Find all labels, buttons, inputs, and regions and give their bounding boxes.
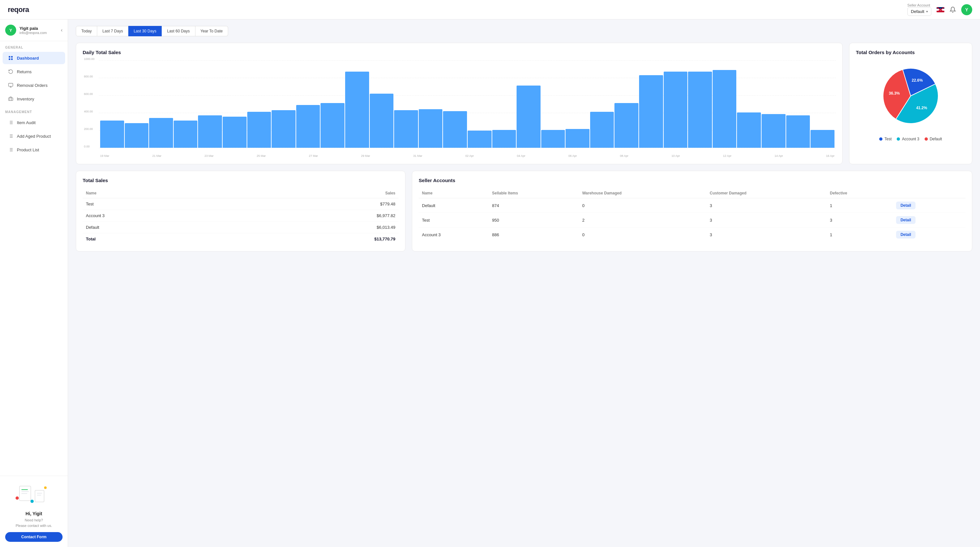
bar[interactable] [296, 105, 320, 148]
bar[interactable] [370, 94, 394, 148]
cell-defective: 1 [827, 198, 893, 213]
bar[interactable] [443, 111, 467, 148]
returns-icon [8, 69, 14, 75]
filter-tab-today[interactable]: Today [76, 26, 97, 36]
bar[interactable] [345, 72, 369, 148]
bar[interactable] [541, 130, 565, 148]
bar[interactable] [810, 130, 835, 148]
bar[interactable] [517, 86, 541, 148]
user-avatar[interactable]: Y [961, 4, 972, 15]
sidebar-item-dashboard[interactable]: Dashboard [3, 52, 65, 64]
table-row: Default$6,013.49 [83, 222, 399, 233]
sidebar-item-removal-orders[interactable]: Removal Orders [3, 79, 65, 91]
x-labels: 19 Mar21 Mar23 Mar25 Mar27 Mar29 Mar31 M… [99, 154, 836, 157]
sidebar-item-inventory[interactable]: Inventory [3, 93, 65, 105]
col-warehouse-damaged: Warehouse Damaged [579, 188, 706, 198]
bar[interactable] [198, 115, 222, 148]
seller-accounts-table: Name Sellable Items Warehouse Damaged Cu… [419, 188, 966, 242]
seller-account-value: Default [911, 9, 924, 14]
sidebar-item-item-audit[interactable]: Item Audit [3, 116, 65, 129]
pie-chart-title: Total Orders by Accounts [856, 49, 966, 55]
sidebar-item-returns[interactable]: Returns [3, 65, 65, 78]
sidebar-user-name: Yigit pala [19, 26, 47, 31]
daily-sales-chart-title: Daily Total Sales [83, 49, 836, 55]
bar[interactable] [664, 72, 688, 148]
detail-button[interactable]: Detail [896, 231, 916, 239]
uk-flag-icon[interactable] [937, 7, 944, 12]
bar-chart-area: 1000.00800.00600.00400.00200.000.0019 Ma… [83, 60, 836, 157]
bar[interactable] [223, 117, 247, 148]
bar[interactable] [320, 103, 345, 148]
pie-label-test: 22.6% [912, 78, 923, 83]
cell-name: Total [83, 233, 234, 245]
seller-account-select[interactable]: Default ▾ [907, 7, 931, 16]
bar[interactable] [419, 109, 443, 148]
filter-tab-last-7-days[interactable]: Last 7 Days [97, 26, 128, 36]
svg-rect-4 [8, 83, 13, 86]
bar[interactable] [565, 129, 590, 148]
col-defective: Defective [827, 188, 893, 198]
legend-dot [879, 137, 883, 141]
table-row: Test 950 2 3 3 Detail [419, 213, 966, 227]
sidebar-general-label: GENERAL [0, 41, 68, 51]
topbar: reqora Seller Account Default ▾ Y [0, 0, 980, 19]
bar[interactable] [590, 112, 614, 148]
detail-button[interactable]: Detail [896, 202, 916, 209]
bar[interactable] [762, 114, 786, 148]
legend-item-account 3: Account 3 [897, 137, 919, 141]
table-row: Test$779.48 [83, 198, 399, 210]
main-content: TodayLast 7 DaysLast 30 DaysLast 60 Days… [68, 19, 980, 547]
bar[interactable] [272, 110, 296, 148]
bar[interactable] [688, 72, 712, 148]
bar[interactable] [786, 115, 810, 148]
sidebar-item-product-list[interactable]: Product List [3, 143, 65, 156]
filter-tab-last-60-days[interactable]: Last 60 Days [162, 26, 195, 36]
col-sellable: Sellable Items [489, 188, 579, 198]
bar[interactable] [174, 121, 198, 148]
seller-account-container: Seller Account Default ▾ [907, 3, 931, 16]
bar[interactable] [247, 112, 271, 148]
bar[interactable] [713, 70, 737, 148]
bar[interactable] [100, 121, 124, 148]
sidebar-bottom: Hi, Yigit Need help? Please contact with… [0, 476, 68, 547]
cell-warehouse-damaged: 0 [579, 198, 706, 213]
total-sales-card: Total Sales Name Sales Test$779.48Accoun… [76, 171, 406, 251]
cell-name: Test [419, 213, 489, 227]
filter-tab-year-to-date[interactable]: Year To Date [196, 26, 229, 36]
sidebar-help-text: Need help? Please contact with us. [5, 517, 62, 528]
bell-icon[interactable] [950, 6, 956, 13]
pie-chart-wrapper: 22.6%41.2%36.3% TestAccount 3Default [856, 60, 966, 141]
bar[interactable] [614, 103, 638, 148]
cell-warehouse-damaged: 0 [579, 227, 706, 242]
removal-orders-icon [8, 82, 14, 88]
contact-form-button[interactable]: Contact Form [5, 532, 62, 542]
col-sales: Sales [234, 188, 399, 198]
bar[interactable] [737, 113, 761, 148]
cell-sales: $779.48 [234, 198, 399, 210]
filter-tab-last-30-days[interactable]: Last 30 Days [128, 26, 162, 36]
bar[interactable] [492, 130, 516, 148]
svg-rect-30 [37, 495, 41, 496]
pie-label-account 3: 41.2% [916, 106, 927, 110]
sidebar-collapse-button[interactable]: ‹ [61, 27, 62, 33]
sidebar-management-label: MANAGEMENT [0, 106, 68, 116]
detail-button[interactable]: Detail [896, 216, 916, 224]
bar[interactable] [394, 110, 418, 148]
cell-action: Detail [893, 198, 966, 213]
bar[interactable] [125, 123, 149, 148]
legend-dot [924, 137, 928, 141]
bar[interactable] [639, 75, 663, 148]
sidebar-item-add-aged-product[interactable]: Add Aged Product [3, 130, 65, 142]
svg-rect-2 [9, 58, 10, 60]
date-filter-tabs: TodayLast 7 DaysLast 30 DaysLast 60 Days… [76, 26, 972, 36]
table-row: Account 3 886 0 3 1 Detail [419, 227, 966, 242]
svg-rect-1 [11, 56, 13, 58]
total-sales-table: Name Sales Test$779.48Account 3$6,977.82… [83, 188, 399, 245]
svg-point-31 [44, 487, 47, 489]
pie-chart-card: Total Orders by Accounts 22.6%41.2%36.3%… [849, 43, 972, 164]
sidebar-item-label: Add Aged Product [17, 134, 51, 139]
item-audit-icon [8, 119, 14, 126]
sidebar-item-label: Item Audit [17, 120, 36, 125]
bar[interactable] [149, 118, 173, 148]
bar[interactable] [468, 130, 492, 148]
